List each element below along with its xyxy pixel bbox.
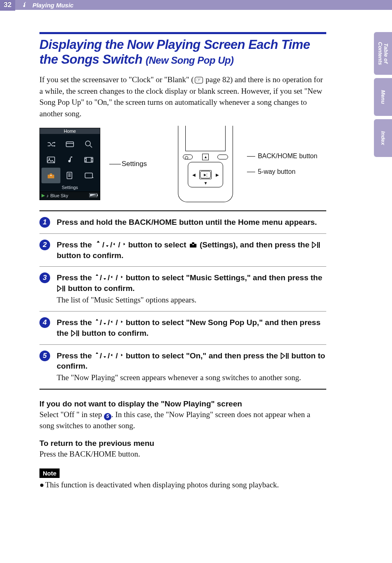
- callout-line: [109, 164, 121, 164]
- dpad-icon: [120, 240, 126, 248]
- device-diagram: ▲ ◀ ▶¦¦ ▶ ▼: [171, 126, 240, 202]
- note-item: ●This function is deactivated when displ…: [39, 480, 326, 489]
- video-icon: [79, 152, 98, 168]
- dpad-icon: [110, 351, 115, 359]
- settings-icon: [42, 168, 60, 183]
- step-head: Press the /// button to select (Settings…: [57, 240, 326, 261]
- back-home-button-graphic: [183, 155, 193, 159]
- note-label: Note: [39, 468, 60, 478]
- sub-body: Select "Off " in step 5. In this case, t…: [39, 409, 326, 431]
- play-indicator-icon: ▶: [42, 193, 45, 198]
- now-playing-title: Blue Sky: [51, 193, 68, 198]
- svg-rect-10: [50, 173, 52, 175]
- header-bar: 32 Playing Music: [0, 0, 392, 10]
- dpad-icon: [110, 318, 115, 326]
- dpad-icon: [102, 273, 108, 281]
- battery-icon: [89, 193, 98, 198]
- step-2: 2 Press the /// button to select (Settin…: [39, 234, 326, 267]
- svg-rect-8: [92, 161, 92, 162]
- subsection-return: To return to the previous menu Press the…: [39, 439, 326, 460]
- step-badge: 2: [39, 240, 50, 250]
- callout-backhome: BACK/HOME button: [247, 152, 317, 161]
- dpad-icon: [102, 318, 108, 326]
- step-head: Press the /// button to select "On," and…: [57, 351, 326, 371]
- now-playing-icon: [79, 168, 98, 183]
- svg-point-1: [85, 141, 90, 146]
- intro-paragraph: If you set the screensaver to "Clock" or…: [39, 74, 326, 119]
- dpad-icon: [94, 240, 102, 248]
- step-badge: 3: [39, 272, 50, 283]
- hold-button-graphic: [217, 155, 228, 159]
- music-note-icon: ♪: [46, 193, 49, 198]
- svg-rect-13: [85, 173, 92, 178]
- section-title: Playing Music: [32, 2, 74, 9]
- step-badge: 5: [39, 351, 50, 361]
- subsection-off: If you do not want to display the "Now P…: [39, 399, 326, 431]
- search-icon: [79, 136, 98, 152]
- home-screen: Home Settings ▶ ♪ Blue Sky: [39, 128, 100, 200]
- step-badge: 4: [39, 317, 50, 328]
- step-ref-badge: 5: [104, 413, 111, 420]
- dpad-icon: [110, 273, 115, 281]
- playlist-icon: [60, 168, 79, 183]
- play-pause-icon: [57, 285, 66, 292]
- steps-list: 1 Press and hold the BACK/HOME button un…: [39, 210, 326, 390]
- svg-point-3: [49, 158, 50, 159]
- dpad-icon: [118, 351, 124, 359]
- step-5: 5 Press the /// button to select "On," a…: [39, 345, 326, 390]
- dpad-icon: [102, 351, 108, 359]
- svg-rect-4: [85, 157, 93, 162]
- subscription-icon: [60, 136, 79, 152]
- five-way-pad-graphic: ◀ ▶¦¦ ▶ ▼: [188, 162, 223, 187]
- shuffle-icon: [42, 136, 60, 152]
- dpad-icon: [94, 273, 100, 281]
- music-icon: [60, 152, 79, 168]
- step-head: Press the /// button to select "New Song…: [57, 317, 326, 338]
- dpad-icon: [118, 273, 124, 281]
- svg-rect-12: [67, 172, 72, 179]
- up-btn-graphic: ▲: [202, 154, 209, 160]
- home-screen-selected-label: Settings: [40, 184, 100, 192]
- sub-head: To return to the previous menu: [39, 439, 326, 448]
- svg-rect-0: [66, 142, 74, 147]
- photo-icon: [42, 152, 60, 168]
- step-head: Press and hold the BACK/HOME button unti…: [57, 217, 326, 228]
- svg-rect-5: [85, 158, 86, 159]
- step-4: 4 Press the /// button to select "New So…: [39, 311, 326, 344]
- bullet-icon: ●: [39, 480, 45, 489]
- reference-icon: [195, 77, 203, 83]
- sub-head: If you do not want to display the "Now P…: [39, 399, 326, 408]
- svg-rect-15: [97, 194, 98, 196]
- step-3: 3 Press the /// button to select "Music …: [39, 267, 326, 311]
- callout-settings-label: Settings: [122, 160, 147, 168]
- play-pause-icon: [71, 330, 80, 337]
- dpad-icon: [104, 240, 110, 248]
- play-pause-icon: [311, 242, 321, 248]
- dpad-icon: [94, 318, 100, 326]
- music-note-icon: [21, 1, 27, 9]
- play-pause-icon: [280, 353, 289, 359]
- dpad-icon: [118, 318, 124, 326]
- step-1: 1 Press and hold the BACK/HOME button un…: [39, 211, 326, 234]
- page-number: 32: [0, 0, 15, 11]
- figure-row: Home Settings ▶ ♪ Blue Sky: [39, 126, 326, 202]
- dpad-icon: [94, 351, 100, 359]
- page-title: Displaying the Now Playing Screen Each T…: [39, 37, 326, 67]
- now-playing-bar: ▶ ♪ Blue Sky: [40, 192, 100, 199]
- step-badge: 1: [39, 217, 50, 228]
- toolbox-icon: [189, 241, 198, 248]
- svg-rect-6: [85, 161, 86, 162]
- title-rule: [39, 32, 326, 34]
- step-body: The "Now Playing" screen appears wheneve…: [57, 372, 326, 383]
- home-screen-title: Home: [40, 128, 100, 134]
- step-head: Press the /// button to select "Music Se…: [57, 272, 326, 293]
- sub-body: Press the BACK/HOME button.: [39, 449, 326, 460]
- dpad-icon: [112, 240, 118, 248]
- svg-rect-11: [50, 175, 52, 176]
- svg-rect-7: [92, 158, 92, 159]
- callout-5way: 5-way button: [247, 168, 317, 176]
- step-body: The list of "Music Settings" options app…: [57, 295, 326, 306]
